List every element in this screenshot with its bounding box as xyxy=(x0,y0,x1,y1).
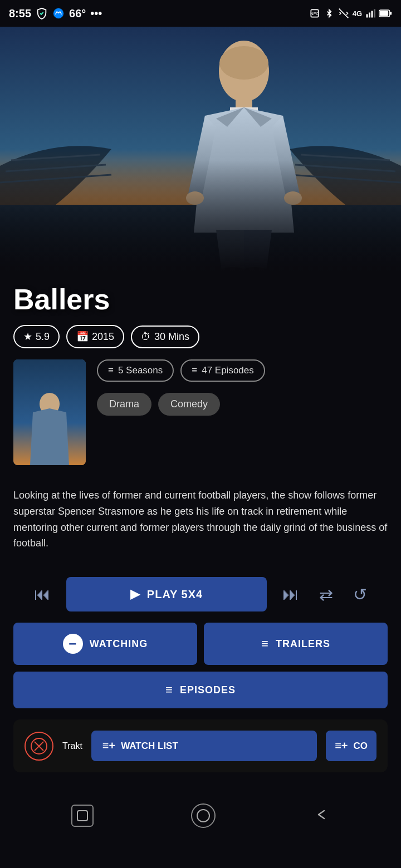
shield-icon xyxy=(36,7,48,19)
genre-row: Drama Comedy xyxy=(97,393,388,416)
time: 8:55 xyxy=(9,7,31,20)
svg-rect-4 xyxy=(366,14,368,18)
collection-icon: ≡+ xyxy=(335,739,348,752)
rating-value: 5.9 xyxy=(36,331,50,343)
trailers-button[interactable]: ≡ TRAILERS xyxy=(204,623,388,665)
list-icon-2: ≡ xyxy=(192,365,197,376)
svg-rect-6 xyxy=(371,11,373,18)
trakt-logo xyxy=(25,732,53,761)
svg-text:NFC: NFC xyxy=(310,11,319,16)
watchlist-label: WATCH LIST xyxy=(121,741,178,752)
star-icon: ★ xyxy=(23,331,32,343)
seasons-tag: ≡ 5 Seasons xyxy=(97,359,174,382)
genre-drama: Drama xyxy=(97,393,151,416)
hero-banner xyxy=(0,27,401,272)
content-section: ballers ≡ 5 Seasons ≡ xyxy=(0,359,401,465)
svg-rect-9 xyxy=(390,12,392,14)
svg-point-34 xyxy=(197,810,209,822)
episodes-tag: ≡ 47 Episodes xyxy=(180,359,265,382)
home-nav-button[interactable] xyxy=(191,803,216,828)
show-poster: ballers xyxy=(13,359,86,465)
nav-bar xyxy=(0,795,401,837)
watchlist-icon: ≡+ xyxy=(102,739,115,752)
replay-button[interactable]: ↺ xyxy=(349,580,371,609)
year-pill: 📅 2015 xyxy=(66,325,124,348)
circle-home-icon xyxy=(196,808,211,823)
collection-button[interactable]: ≡+ CO xyxy=(326,731,376,761)
duration-value: 30 Mins xyxy=(154,331,189,343)
svg-rect-33 xyxy=(77,811,87,821)
battery-icon xyxy=(379,9,392,17)
shuffle-button[interactable]: ⇄ xyxy=(315,580,338,609)
poster-figure xyxy=(13,359,86,465)
mute-icon xyxy=(338,8,349,19)
year-value: 2015 xyxy=(92,331,114,343)
svg-rect-10 xyxy=(380,11,388,16)
episodes-button[interactable]: ≡ EPISODES xyxy=(13,672,388,708)
episodes-label: EPISODES xyxy=(180,684,236,696)
show-details: ≡ 5 Seasons ≡ 47 Episodes Drama Comedy xyxy=(97,359,388,465)
svg-rect-7 xyxy=(374,9,375,18)
back-arrow-icon xyxy=(313,806,330,823)
clock-icon: ⏱ xyxy=(141,331,151,343)
minus-icon: − xyxy=(63,634,83,654)
bluetooth-icon xyxy=(324,8,335,19)
trakt-section: Trakt ≡+ WATCH LIST ≡+ CO xyxy=(13,719,388,772)
meta-row: ★ 5.9 📅 2015 ⏱ 30 Mins xyxy=(0,325,401,359)
square-nav-icon[interactable] xyxy=(71,805,94,827)
genre-comedy: Comedy xyxy=(158,393,220,416)
square-icon xyxy=(76,809,89,822)
collection-label: CO xyxy=(354,741,368,752)
watchlist-button[interactable]: ≡+ WATCH LIST xyxy=(91,731,317,761)
watching-label: WATCHING xyxy=(90,638,148,650)
svg-rect-5 xyxy=(369,13,370,18)
play-icon: ▶ xyxy=(130,587,140,601)
action-row: − WATCHING ≡ TRAILERS xyxy=(0,623,401,672)
dots: ••• xyxy=(90,7,102,20)
play-label: PLAY 5X4 xyxy=(147,588,203,601)
episodes-value: 47 Episodes xyxy=(202,365,254,376)
next-button[interactable]: ⏭ xyxy=(278,580,304,608)
episodes-icon: ≡ xyxy=(165,683,173,697)
play-button[interactable]: ▶ PLAY 5X4 xyxy=(66,577,267,611)
trakt-label: Trakt xyxy=(62,741,82,751)
tag-row: ≡ 5 Seasons ≡ 47 Episodes xyxy=(97,359,388,382)
signal-icon xyxy=(365,8,375,18)
show-title: Ballers xyxy=(0,272,401,325)
previous-button[interactable]: ⏮ xyxy=(30,580,55,608)
trakt-icon xyxy=(30,737,48,755)
back-nav-button[interactable] xyxy=(313,806,330,825)
network: 4G xyxy=(353,9,362,18)
list-icon-1: ≡ xyxy=(108,365,114,376)
trailers-icon: ≡ xyxy=(261,637,269,651)
nfc-icon: NFC xyxy=(309,8,320,19)
seasons-value: 5 Seasons xyxy=(118,365,163,376)
show-description: Looking at the lives of former and curre… xyxy=(0,479,401,568)
player-controls[interactable]: ⏮ ▶ PLAY 5X4 ⏭ ⇄ ↺ xyxy=(0,568,401,623)
svg-point-27 xyxy=(219,46,268,80)
calendar-icon: 📅 xyxy=(76,331,89,343)
status-right: NFC 4G xyxy=(309,8,392,19)
watching-button[interactable]: − WATCHING xyxy=(13,623,197,665)
duration-pill: ⏱ 30 Mins xyxy=(131,326,199,348)
temperature: 66° xyxy=(69,7,86,20)
rating-pill: ★ 5.9 xyxy=(13,325,60,348)
trailers-label: TRAILERS xyxy=(276,638,330,650)
messenger-icon xyxy=(52,7,65,19)
status-bar: 8:55 66° ••• NFC 4G xyxy=(0,0,401,27)
status-left: 8:55 66° ••• xyxy=(9,7,102,20)
